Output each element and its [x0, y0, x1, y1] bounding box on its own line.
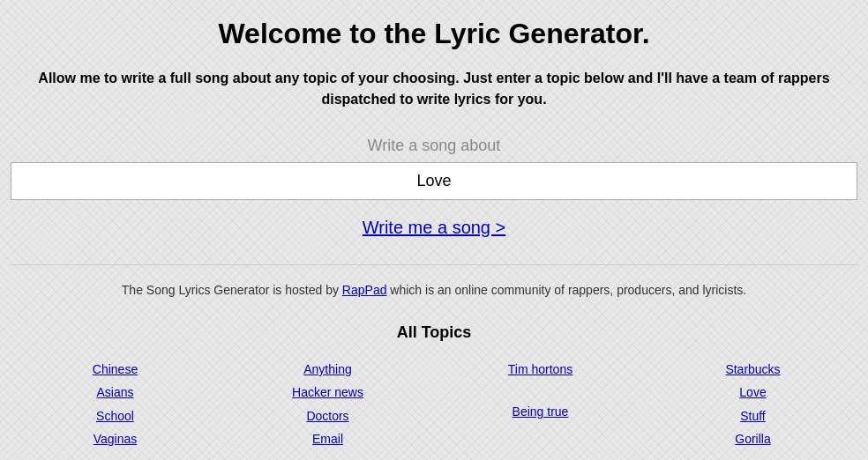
topic-link[interactable]: Tim hortons [508, 360, 572, 379]
topic-link[interactable]: Hacker news [292, 382, 363, 402]
topic-link[interactable]: Stuff [740, 406, 766, 426]
topic-link[interactable]: Asians [96, 382, 133, 402]
topics-column-2: Anything Hacker news Doctors Email [221, 360, 434, 449]
topic-link[interactable]: Chinese [93, 360, 138, 379]
topic-link[interactable]: Doctors [306, 406, 348, 426]
hosted-text-after: which is an online community of rappers,… [386, 283, 746, 297]
topic-link[interactable]: Vaginas [94, 429, 138, 449]
subtitle: Allow me to write a full song about any … [11, 68, 857, 110]
rappad-link[interactable]: RapPad [342, 283, 387, 297]
topic-link[interactable]: Gorilla [735, 429, 770, 449]
all-topics-title: All Topics [9, 323, 859, 342]
topic-link[interactable]: Anything [303, 360, 351, 379]
topic-placeholder [538, 382, 542, 398]
topic-placeholder [538, 426, 542, 441]
topics-column-4: Starbucks Love Stuff Gorilla [647, 360, 859, 449]
hosted-text: The Song Lyrics Generator is hosted by R… [9, 283, 859, 297]
topics-column-3: Tim hortons Being true [434, 360, 647, 449]
topic-link[interactable]: Love [739, 382, 766, 402]
write-song-link[interactable]: Write me a song > [363, 218, 505, 238]
hosted-text-before: The Song Lyrics Generator is hosted by [122, 283, 342, 297]
song-label: Write a song about [9, 137, 859, 155]
topic-link[interactable]: School [96, 406, 134, 426]
topic-link[interactable]: Being true [513, 402, 569, 421]
topics-grid: Chinese Asians School Vaginas Anything H… [9, 360, 859, 449]
divider [9, 264, 859, 265]
page-title: Welcome to the Lyric Generator. [9, 18, 859, 50]
song-topic-input[interactable] [11, 162, 857, 200]
topic-link[interactable]: Email [312, 429, 343, 449]
topics-column-1: Chinese Asians School Vaginas [9, 360, 221, 449]
topic-link[interactable]: Starbucks [725, 360, 780, 379]
main-container: Welcome to the Lyric Generator. Allow me… [0, 0, 868, 460]
